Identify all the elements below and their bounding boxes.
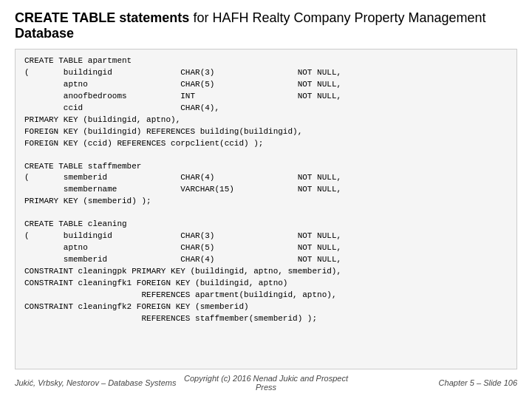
- page: CREATE TABLE statements for HAFH Realty …: [0, 0, 532, 399]
- code-block2: CREATE TABLE staffmember ( smemberid CHA…: [24, 161, 508, 208]
- content-box: CREATE TABLE apartment ( buildingid CHAR…: [15, 49, 517, 369]
- footer-left: Jukić, Vrbsky, Nestorov – Database Syste…: [15, 378, 183, 387]
- title-normal: for HAFH Realty Company Property Managem…: [189, 10, 485, 25]
- code-block1: CREATE TABLE apartment ( buildingid CHAR…: [24, 55, 508, 150]
- footer-right: Chapter 5 – Slide 106: [349, 378, 517, 387]
- footer-center: Copyright (c) 2016 Nenad Jukic and Prosp…: [183, 374, 350, 392]
- code-block3: CREATE TABLE cleaning ( buildingid CHAR(…: [24, 219, 508, 324]
- footer: Jukić, Vrbsky, Nestorov – Database Syste…: [15, 374, 517, 392]
- title-line2: Database: [15, 26, 74, 41]
- title-bold: CREATE TABLE statements: [15, 10, 189, 25]
- title-area: CREATE TABLE statements for HAFH Realty …: [15, 10, 517, 41]
